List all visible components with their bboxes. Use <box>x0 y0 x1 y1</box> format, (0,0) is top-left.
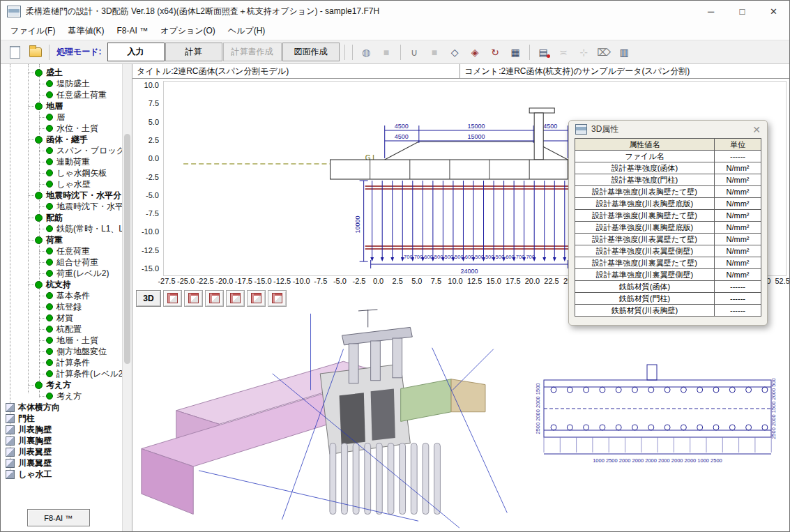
tree-item[interactable]: 側方地盤変位 <box>1 346 122 357</box>
3d-view-button[interactable]: 3D <box>136 290 161 307</box>
tree-item[interactable]: 材質 <box>1 312 122 324</box>
menu-item[interactable]: ヘルプ(H) <box>222 22 272 40</box>
section-cut-button[interactable]: ∪ <box>405 43 424 61</box>
tree-item[interactable]: 配筋 <box>1 212 122 223</box>
cube-view-2-button[interactable] <box>184 290 203 307</box>
tree-item[interactable]: 函体・継手 <box>1 134 122 145</box>
tree-item-label: 配筋 <box>46 212 63 224</box>
tree-item[interactable]: 川表胸壁 <box>1 424 122 435</box>
tree-item[interactable]: 地層・土質 <box>1 335 122 346</box>
report-page-button[interactable]: ▤ <box>534 43 553 61</box>
tree-item[interactable]: 組合せ荷重 <box>1 257 122 268</box>
tree-item[interactable]: 任意荷重 <box>1 245 122 257</box>
tree-item-label: 川表翼壁 <box>18 446 52 458</box>
tree-item-label: 堤防盛土 <box>56 78 90 90</box>
cube-view-1-button[interactable] <box>163 290 182 307</box>
tree-item[interactable]: 門柱 <box>1 413 122 424</box>
3d-model-viewport[interactable] <box>135 308 519 530</box>
attribute-name-cell: 設計基準強度(川裏翼壁側壁) <box>575 269 715 281</box>
tree-scrollbar-thumb[interactable] <box>124 134 130 364</box>
column-grid-button[interactable]: ▦ <box>506 43 525 61</box>
palette-row: 設計基準強度(川裏胸壁たて壁)N/mm² <box>575 210 761 222</box>
y-axis: 10.07.55.02.50.0-2.5-5.0-7.5-10.0-12.5-1… <box>137 81 159 275</box>
cube-view-6-button[interactable] <box>268 290 287 307</box>
tree-item[interactable]: 盛土 <box>1 67 122 78</box>
tree-item[interactable]: 堤防盛土 <box>1 78 122 89</box>
tree-item[interactable]: 本体横方向 <box>1 402 122 413</box>
tree-scrollbar[interactable] <box>122 64 132 531</box>
tree-item[interactable]: 鉄筋(常時・L1、L2 <box>1 223 122 234</box>
cube-view-4-icon <box>230 293 241 303</box>
tree-item[interactable]: 任意盛土荷重 <box>1 89 122 100</box>
node-icon <box>35 214 43 222</box>
section-cut-icon: ∪ <box>411 47 418 57</box>
minimize-button[interactable]: ─ <box>695 1 727 22</box>
x-axis-tick: 5.0 <box>411 277 422 285</box>
tree-item[interactable]: しゃ水鋼矢板 <box>1 167 122 178</box>
tree-item[interactable]: 考え方 <box>1 390 122 402</box>
attribute-unit-cell: N/mm² <box>715 210 761 222</box>
tree-item[interactable]: 計算条件(レベル2 <box>1 368 122 379</box>
cube-view-5-button[interactable] <box>247 290 266 307</box>
mode-button-calc[interactable]: 計算 <box>165 43 222 61</box>
menu-item[interactable]: ファイル(F) <box>4 22 61 40</box>
x-axis-tick: -25.0 <box>177 277 195 285</box>
tree-item[interactable]: 川裏翼壁 <box>1 457 122 469</box>
title-bar[interactable]: 柔構造樋門の設計・3D配筋 Ver.18 (x64)(函体L2断面照査＋杭支持オ… <box>1 1 789 22</box>
cube-view-4-button[interactable] <box>226 290 245 307</box>
tree-item[interactable]: 杭配置 <box>1 324 122 335</box>
badge-dot <box>547 54 550 58</box>
tree-item[interactable]: 荷重(レベル2) <box>1 268 122 279</box>
tree-item-label: 地層・土質 <box>56 335 98 347</box>
tree-item[interactable]: しゃ水壁 <box>1 178 122 190</box>
tree-item[interactable]: 川裏胸壁 <box>1 435 122 446</box>
tree-item[interactable]: 杭支持 <box>1 279 122 290</box>
open-file-button[interactable] <box>26 43 45 61</box>
tree-item-label: しゃ水工 <box>18 469 52 480</box>
tree-item[interactable]: 地震時沈下・水平分 <box>1 190 122 201</box>
table-grid-button[interactable]: ▥ <box>615 43 634 61</box>
tree-item-label: 層 <box>56 112 65 123</box>
mode-button-input[interactable]: 入力 <box>107 43 165 61</box>
tree-item[interactable]: 水位・土質 <box>1 123 122 134</box>
menu-item[interactable]: 基準値(K) <box>61 22 110 40</box>
x-axis-tick: 2.5 <box>393 277 403 285</box>
tree-item[interactable]: スパン・ブロック <box>1 145 122 156</box>
new-document-button[interactable] <box>6 43 24 61</box>
mode-button-drawing[interactable]: 図面作成 <box>282 43 340 61</box>
tree-item[interactable]: 計算条件 <box>1 357 122 368</box>
tree-item-label: スパン・ブロック <box>56 145 122 157</box>
node-icon <box>46 314 53 321</box>
refresh-view-button[interactable]: ↻ <box>486 43 505 61</box>
menu-item[interactable]: F8-AI ™ <box>110 22 154 40</box>
tree-item[interactable]: 荷重 <box>1 234 122 245</box>
cube-view-3-button[interactable] <box>205 290 224 307</box>
front-view-button[interactable]: ◇ <box>446 43 464 61</box>
tree-item[interactable]: 川表翼壁 <box>1 446 122 457</box>
tree-item[interactable]: 層 <box>1 112 122 123</box>
rotate-view-button[interactable]: ◈ <box>466 43 485 61</box>
adjust-icon: ⊹ <box>579 47 588 57</box>
measure-button: ≍ <box>554 43 573 61</box>
tree-item[interactable]: 考え方 <box>1 379 122 390</box>
svg-text:4500: 4500 <box>395 133 409 140</box>
3d-attributes-palette: 3D属性 ✕ 属性値名単位ファイル名------設計基準強度(函体)N/mm²設… <box>568 120 768 326</box>
f8-ai-button[interactable]: F8-AI ™ <box>27 509 90 526</box>
maximize-button[interactable]: □ <box>727 1 758 22</box>
new-document-icon <box>10 46 20 59</box>
tree-item[interactable]: 杭登録 <box>1 301 122 312</box>
menu-item[interactable]: オプション(O) <box>154 22 222 40</box>
delete-button[interactable]: ⌦ <box>595 43 614 61</box>
3d-sphere-button[interactable]: ◍ <box>357 43 376 61</box>
tree-item[interactable]: 地震時沈下・水平 <box>1 201 122 212</box>
tree-item[interactable]: しゃ水工 <box>1 469 122 480</box>
window-controls: ─ □ ✕ <box>695 1 789 22</box>
palette-title-bar[interactable]: 3D属性 ✕ <box>569 121 767 138</box>
tree-item[interactable]: 地層 <box>1 100 122 112</box>
close-button[interactable]: ✕ <box>758 1 789 22</box>
attribute-name-cell: 設計基準強度(川表胸壁たて壁) <box>575 186 715 198</box>
tree-item[interactable]: 基本条件 <box>1 290 122 301</box>
tree-item[interactable]: 連動荷重 <box>1 156 122 167</box>
palette-close-icon[interactable]: ✕ <box>752 124 761 135</box>
attribute-unit-cell: N/mm² <box>715 257 761 269</box>
